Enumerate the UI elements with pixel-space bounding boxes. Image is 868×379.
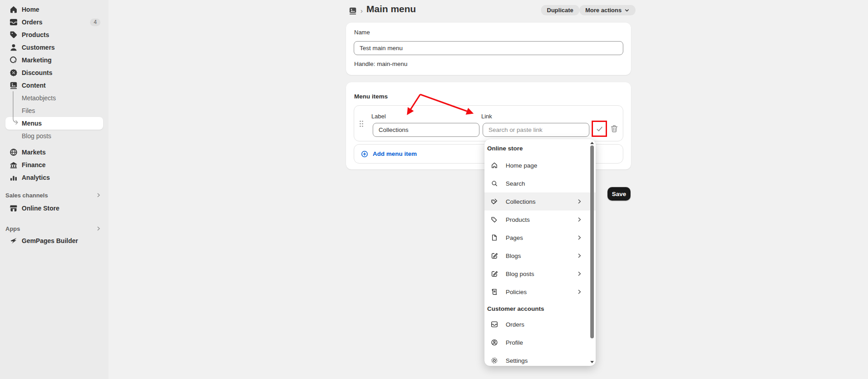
link-field-label: Link — [481, 113, 492, 120]
menu-items-title: Menu items — [354, 93, 388, 100]
apps-header[interactable]: Apps — [5, 225, 103, 232]
chevron-right-icon — [96, 192, 101, 198]
dropdown-item-products[interactable]: Products — [484, 211, 596, 229]
page-title: Main menu — [366, 4, 416, 14]
nav-spacer — [5, 142, 103, 146]
sidebar-item-label: Metaobjects — [22, 94, 56, 102]
dropdown-item-policies[interactable]: Policies — [484, 283, 596, 301]
products-icon — [9, 30, 18, 39]
home-icon — [9, 5, 18, 14]
chevron-right-icon — [577, 217, 582, 222]
trash-icon — [610, 124, 619, 133]
sidebar-item-products[interactable]: Products — [5, 28, 103, 41]
dropdown-item-label: Settings — [506, 357, 528, 364]
more-actions-button[interactable]: More actions — [579, 5, 636, 15]
page-icon — [490, 233, 499, 242]
dropdown-item-label: Home page — [506, 162, 537, 169]
home-icon — [490, 161, 499, 170]
sidebar-item-discounts[interactable]: Discounts — [5, 66, 103, 79]
policies-icon — [490, 287, 499, 296]
sidebar-item-label: Menus — [22, 120, 42, 127]
duplicate-button[interactable]: Duplicate — [541, 5, 579, 15]
dropdown-item-label: Search — [506, 180, 525, 187]
sidebar-item-metaobjects[interactable]: Metaobjects — [5, 92, 103, 104]
sidebar-item-gempages-builder[interactable]: GemPages Builder — [5, 234, 103, 247]
sidebar-item-label: Analytics — [22, 174, 50, 181]
dropdown-item-orders[interactable]: Orders — [484, 315, 596, 333]
drag-handle-icon[interactable] — [358, 120, 365, 128]
apps-label: Apps — [5, 225, 20, 232]
dropdown-item-label: Blogs — [506, 253, 521, 259]
orders-icon — [9, 18, 18, 27]
sidebar-item-label: Products — [22, 31, 49, 38]
chevron-right-icon — [577, 289, 582, 295]
scroll-down-arrow-icon[interactable] — [590, 361, 594, 363]
sidebar-item-home[interactable]: Home — [5, 3, 103, 16]
finance-icon — [9, 160, 18, 169]
sidebar-item-label: Marketing — [22, 56, 52, 64]
dropdown-item-profile[interactable]: Profile — [484, 333, 596, 351]
chevron-right-icon — [577, 271, 582, 276]
menu-item-link-input[interactable] — [483, 123, 589, 137]
dropdown-section-header: Online store — [484, 139, 596, 156]
sidebar-item-content[interactable]: Content — [5, 79, 103, 92]
dropdown-item-settings[interactable]: Settings — [484, 351, 596, 366]
save-button[interactable]: Save — [607, 187, 631, 201]
dropdown-item-pages[interactable]: Pages — [484, 229, 596, 247]
sidebar-item-blog-posts[interactable]: Blog posts — [5, 130, 103, 142]
content-icon — [9, 81, 18, 90]
sidebar-item-menus[interactable]: Menus — [5, 117, 103, 130]
customers-icon — [9, 43, 18, 52]
analytics-icon — [9, 173, 18, 182]
sales-channels-header[interactable]: Sales channels — [5, 192, 103, 199]
name-input[interactable] — [354, 41, 623, 55]
chevron-right-icon — [577, 253, 582, 258]
sidebar-item-orders[interactable]: Orders 4 — [5, 16, 103, 28]
sidebar-item-label: Blog posts — [22, 132, 51, 140]
dropdown-section-header: Customer accounts — [484, 301, 596, 315]
markets-icon — [9, 148, 18, 157]
sidebar-item-label: Content — [22, 82, 46, 89]
chevron-down-icon — [624, 8, 630, 13]
sidebar-item-label: Files — [22, 107, 35, 114]
orders-icon — [490, 320, 499, 329]
sidebar-item-customers[interactable]: Customers — [5, 41, 103, 54]
sidebar-item-label: Orders — [22, 19, 43, 26]
profile-icon — [490, 338, 499, 347]
dropdown-item-label: Collections — [506, 198, 536, 205]
storefront-icon — [9, 204, 18, 213]
add-menu-item-label: Add menu item — [373, 150, 417, 157]
compose-icon — [490, 269, 499, 278]
dropdown-scrollbar[interactable] — [590, 141, 594, 364]
dropdown-item-search[interactable]: Search — [484, 174, 596, 192]
sidebar-item-finance[interactable]: Finance — [5, 159, 103, 171]
dropdown-item-blogs[interactable]: Blogs — [484, 247, 596, 265]
sidebar-item-files[interactable]: Files — [5, 104, 103, 117]
menu-item-label-input[interactable] — [373, 123, 479, 137]
sidebar-item-label: Markets — [22, 149, 46, 156]
confirm-link-button[interactable] — [593, 123, 605, 135]
scrollbar-thumb[interactable] — [590, 145, 594, 338]
handle-text: Handle: main-menu — [354, 61, 408, 67]
delete-menu-item-button[interactable] — [609, 124, 619, 134]
gempages-icon — [9, 236, 18, 245]
sidebar-item-marketing[interactable]: Marketing — [5, 54, 103, 66]
link-search-dropdown: Online store Home page Search Collection… — [484, 139, 596, 366]
sidebar-item-markets[interactable]: Markets — [5, 146, 103, 159]
dropdown-item-collections[interactable]: Collections — [484, 192, 596, 211]
sidebar-item-label: Customers — [22, 44, 55, 51]
scroll-up-arrow-icon[interactable] — [590, 142, 594, 144]
sidebar-item-analytics[interactable]: Analytics — [5, 171, 103, 184]
chevron-right-icon — [577, 199, 582, 204]
sidebar-item-label: Finance — [22, 161, 46, 168]
sidebar-item-online-store[interactable]: Online Store — [5, 202, 103, 215]
breadcrumb-content-icon[interactable] — [348, 6, 357, 15]
marketing-icon — [9, 56, 18, 65]
dropdown-item-home-page[interactable]: Home page — [484, 156, 596, 174]
breadcrumb-chevron-icon: › — [360, 7, 363, 14]
sales-channels-label: Sales channels — [5, 192, 48, 199]
dropdown-item-label: Profile — [506, 339, 523, 346]
sidebar: Home Orders 4 Products Customers Marketi… — [0, 0, 109, 379]
dropdown-item-blog-posts[interactable]: Blog posts — [484, 265, 596, 283]
compose-icon — [490, 251, 499, 260]
